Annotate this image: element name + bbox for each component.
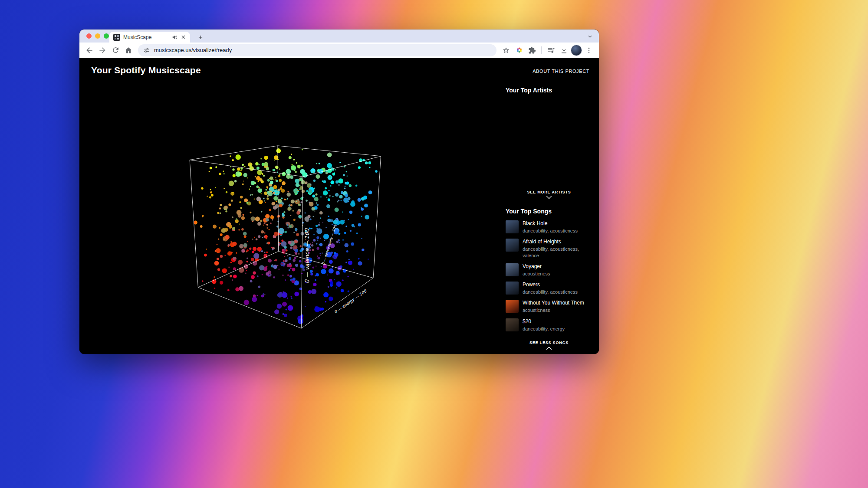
- minimize-window-button[interactable]: [95, 33, 100, 39]
- song-features: danceability, acousticness: [523, 289, 578, 295]
- window-controls: [86, 33, 109, 39]
- top-artists-grid: [506, 94, 592, 190]
- forward-button[interactable]: [96, 44, 108, 56]
- album-art: [506, 300, 519, 313]
- toolbar-separator: [541, 46, 542, 54]
- extension-colorwheel-button[interactable]: [513, 44, 525, 56]
- song-row[interactable]: Without You Without Them acousticness: [506, 300, 592, 313]
- musicscape-3d-scatter[interactable]: 0 — valence — 1000 — danceability — 1000…: [174, 119, 417, 354]
- see-more-artists-label: SEE MORE ARTISTS: [527, 190, 571, 194]
- album-art: [506, 220, 519, 233]
- song-features: acousticness: [523, 271, 550, 277]
- three-dots-icon: [585, 46, 593, 54]
- media-controls-button[interactable]: [545, 44, 557, 56]
- sidebar: Your Top Artists SEE MORE ARTISTS Your T…: [506, 87, 592, 337]
- song-title: Afraid of Heights: [523, 239, 592, 245]
- axis-label: 0 — danceability — 100: [321, 224, 337, 265]
- address-bar[interactable]: musicscape.us/visualize#ready: [138, 44, 496, 56]
- tab-close-icon[interactable]: [181, 34, 186, 40]
- forward-icon: [98, 46, 107, 55]
- back-icon: [85, 46, 94, 55]
- site-settings-icon[interactable]: [143, 47, 150, 54]
- song-list: Black Hole danceability, acousticness Af…: [506, 220, 592, 332]
- song-row[interactable]: $20 danceability, energy: [506, 318, 592, 332]
- album-art: [506, 239, 519, 252]
- song-features: danceability, acousticness, valence: [523, 246, 592, 259]
- browser-menu-button[interactable]: [583, 44, 595, 56]
- tab-strip: MusicScape: [79, 29, 599, 43]
- song-title: Black Hole: [523, 220, 578, 226]
- song-title: Powers: [523, 282, 578, 288]
- tab-title: MusicScape: [123, 34, 169, 40]
- album-art: [506, 282, 519, 295]
- axis-label: 0 — valence — 100: [304, 228, 310, 283]
- song-row[interactable]: Black Hole danceability, acousticness: [506, 220, 592, 234]
- chevron-down-icon: [587, 34, 593, 39]
- tab-audio-icon[interactable]: [172, 34, 178, 40]
- chevron-down-icon: [546, 196, 552, 200]
- album-art: [506, 318, 519, 331]
- song-title: Voyager: [523, 263, 550, 269]
- star-icon: [502, 46, 510, 54]
- downloads-button[interactable]: [558, 44, 570, 56]
- about-project-link[interactable]: ABOUT THIS PROJECT: [533, 69, 589, 74]
- reload-button[interactable]: [109, 44, 122, 56]
- top-artists-heading: Your Top Artists: [506, 87, 592, 94]
- desktop: { "browser": { "tab_title": "MusicScape"…: [0, 0, 868, 488]
- see-less-songs-label: SEE LESS SONGS: [529, 341, 569, 345]
- page-title: Your Spotify Musicscape: [91, 65, 201, 75]
- browser-window: MusicScape: [79, 29, 599, 354]
- url-text: musicscape.us/visualize#ready: [154, 47, 232, 53]
- download-icon: [560, 46, 568, 54]
- fullscreen-window-button[interactable]: [104, 33, 109, 39]
- song-row[interactable]: Powers danceability, acousticness: [506, 282, 592, 295]
- see-less-songs-button[interactable]: SEE LESS SONGS: [506, 341, 592, 350]
- bookmark-button[interactable]: [500, 44, 512, 56]
- browser-toolbar: musicscape.us/visualize#ready: [79, 43, 599, 58]
- song-title: $20: [523, 318, 565, 324]
- reload-icon: [112, 46, 120, 54]
- media-controls-icon: [547, 46, 555, 54]
- chevron-up-icon: [546, 346, 552, 350]
- song-row[interactable]: Afraid of Heights danceability, acoustic…: [506, 239, 592, 259]
- colorwheel-icon: [515, 46, 523, 54]
- axis-label: 0 — energy — 100: [333, 288, 368, 314]
- see-more-artists-button[interactable]: SEE MORE ARTISTS: [506, 190, 592, 200]
- song-features: danceability, acousticness: [523, 228, 578, 234]
- extensions-button[interactable]: [526, 44, 538, 56]
- back-button[interactable]: [83, 44, 95, 56]
- browser-tab[interactable]: MusicScape: [109, 32, 190, 43]
- profile-avatar[interactable]: [571, 45, 582, 56]
- home-icon: [124, 46, 133, 55]
- song-row[interactable]: Voyager acousticness: [506, 263, 592, 277]
- song-title: Without You Without Them: [523, 300, 584, 306]
- top-songs-heading: Your Top Songs: [506, 208, 592, 215]
- puzzle-icon: [528, 46, 536, 54]
- tab-favicon: [113, 34, 120, 41]
- home-button[interactable]: [122, 44, 135, 56]
- album-art: [506, 263, 519, 276]
- song-features: acousticness: [523, 307, 584, 313]
- song-features: danceability, energy: [523, 326, 565, 332]
- close-window-button[interactable]: [86, 33, 92, 39]
- new-tab-button[interactable]: [195, 32, 206, 43]
- page-content: Your Spotify Musicscape ABOUT THIS PROJE…: [79, 58, 599, 354]
- plus-icon: [197, 34, 204, 40]
- tab-search-button[interactable]: [585, 32, 595, 41]
